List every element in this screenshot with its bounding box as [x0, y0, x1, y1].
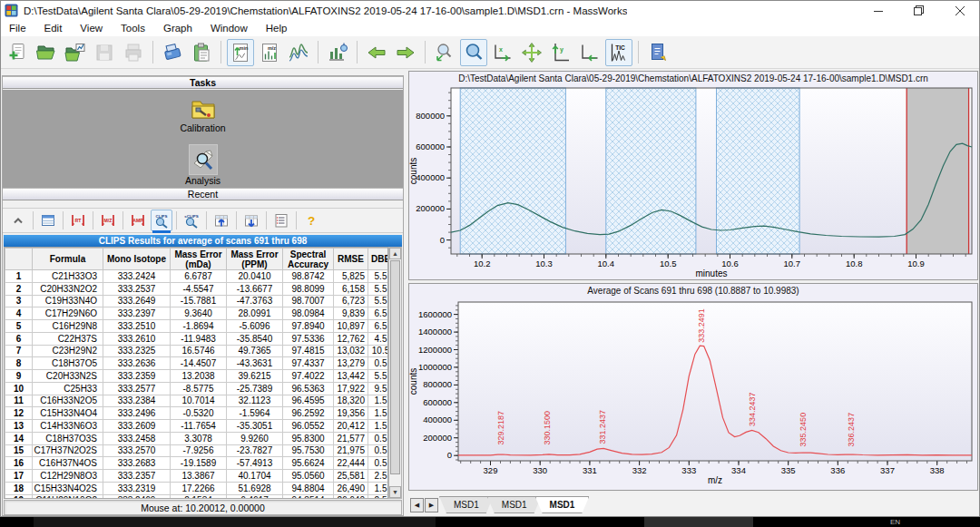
scrollbar-down-icon[interactable]: ▼	[389, 486, 401, 498]
clips-button[interactable]: CLIPS	[151, 210, 172, 231]
amp-ruler-button[interactable]: AMP	[127, 210, 149, 231]
results-table[interactable]: FormulaMono IsotopeMass Error(mDa)Mass E…	[5, 248, 388, 499]
calibration-task[interactable]: Calibration	[3, 97, 403, 133]
table-row[interactable]: 7C23H29N2333.232516.574649.736597.481513…	[5, 345, 389, 357]
scrollbar-thumb[interactable]	[390, 260, 400, 474]
chromatogram-plot[interactable]: 10.210.310.410.510.610.710.810.902000004…	[409, 84, 977, 280]
svg-text:counts: counts	[409, 158, 418, 184]
report-button[interactable]	[270, 210, 292, 231]
back-button[interactable]	[363, 39, 390, 66]
table-row[interactable]: 8C18H37O5333.2636-14.4507-43.363197.4337…	[5, 357, 389, 370]
analysis-task[interactable]: Analysis	[3, 144, 403, 186]
column-header[interactable]	[5, 249, 33, 270]
tab-scroll-right-button[interactable]: ▶	[425, 498, 438, 512]
open-file-button[interactable]	[33, 39, 60, 66]
table-row[interactable]: 10C25H33333.2577-8.5775-25.738996.536317…	[5, 382, 389, 395]
windows-taskbar[interactable]: EN	[0, 517, 980, 527]
taskbar-segment	[34, 517, 436, 527]
table-row[interactable]: 16C16H37N4OS333.2683-19.1589-57.491395.6…	[5, 457, 389, 470]
table-row[interactable]: 11C16H33N2O5333.238410.701432.112396.459…	[5, 395, 389, 407]
table-row[interactable]: 15C17H37N2O2S333.2570-7.9256-23.782795.7…	[5, 444, 389, 457]
collapse-button[interactable]	[7, 210, 29, 231]
column-header[interactable]: Mass Error(PPM)	[227, 249, 283, 270]
zoom-x-button[interactable]: x	[489, 39, 516, 66]
mz-ruler-button[interactable]: M/Z	[97, 210, 119, 231]
menu-tools[interactable]: Tools	[112, 21, 154, 36]
recent-header[interactable]: Recent	[3, 188, 403, 200]
print-button[interactable]	[120, 39, 147, 66]
help-button[interactable]	[644, 39, 671, 66]
zoom-reset-button[interactable]	[431, 39, 458, 66]
msd1-tab-3[interactable]: MSD1	[535, 496, 590, 513]
menu-view[interactable]: View	[71, 21, 112, 36]
table-row[interactable]: 13C14H33N6O3333.2609-11.7654-35.305196.0…	[5, 420, 389, 433]
save-button[interactable]	[91, 39, 118, 66]
tasks-header[interactable]: Tasks	[3, 76, 403, 89]
table-row[interactable]: 5C16H29N8333.2510-1.8694-5.609697.894010…	[5, 320, 389, 333]
import-table-icon	[213, 212, 230, 229]
close-button[interactable]	[939, 0, 980, 21]
status-bar: Mouse at: 10.20012, 0.00000	[4, 500, 402, 515]
new-file-button[interactable]	[4, 39, 31, 66]
menu-window[interactable]: Window	[201, 21, 257, 36]
table-row[interactable]: 19C11H29N10O2333.24692.15346.461794.8514…	[5, 494, 389, 499]
column-header[interactable]: Mono Isotope	[103, 249, 171, 270]
chromatogram-panel: D:\TestData\Agilent Santa Clara\05-29-20…	[408, 71, 978, 280]
table-row[interactable]: 9C20H33N2S333.235913.203839.621597.40221…	[5, 370, 389, 383]
table-row[interactable]: 6C22H37S333.2610-11.9483-35.854097.53361…	[5, 332, 389, 345]
zoom-reset-icon	[434, 42, 456, 63]
msd1-tab-2[interactable]: MSD1	[487, 496, 542, 513]
column-header[interactable]: Formula	[33, 249, 103, 270]
minimize-button[interactable]	[858, 0, 898, 21]
paste-icon	[191, 42, 212, 63]
column-header[interactable]: RMSE	[334, 249, 368, 270]
import-table-button[interactable]	[211, 210, 232, 231]
import-data-button[interactable]	[159, 39, 186, 66]
toolbar-separator	[296, 211, 297, 229]
menu-graph[interactable]: Graph	[154, 21, 201, 36]
column-header[interactable]: SpectralAccuracy	[283, 249, 334, 270]
spectrum-view-button[interactable]: m/z	[256, 39, 283, 66]
menu-file[interactable]: File	[0, 21, 35, 36]
table-scrollbar[interactable]: ▲ ▼	[388, 247, 402, 499]
sclips-button[interactable]: sCLIPS	[181, 210, 202, 231]
zoom-button[interactable]	[460, 39, 487, 66]
toolbar-separator	[266, 211, 267, 229]
paste-button[interactable]	[188, 39, 215, 66]
table-row[interactable]: 18C15H33N4O2S333.231917.226651.692894.88…	[5, 482, 389, 494]
table-row[interactable]: 17C12H29N8O3333.235713.386740.170495.056…	[5, 470, 389, 483]
table-row[interactable]: 12C15H33N4O4333.2496-0.5320-1.596496.259…	[5, 407, 389, 420]
tab-scroll-left-button[interactable]: ◀	[410, 498, 424, 512]
spectrum-plot[interactable]: 3293303313323333343353363373380200000400…	[409, 297, 977, 491]
tic-button[interactable]: TIC	[605, 39, 632, 66]
calibration-icon	[191, 97, 216, 122]
overlay-view-button[interactable]	[285, 39, 312, 66]
menu-help[interactable]: Help	[257, 21, 297, 36]
rt-ruler-button[interactable]: RT	[67, 210, 89, 231]
msd1-tab-1[interactable]: MSD1	[439, 496, 494, 513]
fit-x-button[interactable]	[576, 39, 603, 66]
table-row[interactable]: 2C20H33N2O2333.2537-4.5547-13.667798.809…	[5, 282, 389, 295]
scrollbar-up-icon[interactable]: ▲	[389, 248, 401, 259]
open-analysis-button[interactable]	[62, 39, 89, 66]
table-row[interactable]: 3C19H33N4O333.2649-15.7881-47.376398.700…	[5, 295, 389, 307]
table-row[interactable]: 1C21H33O3333.24246.678720.041098.87425,8…	[5, 270, 389, 283]
table-row[interactable]: 4C17H29N6O333.23979.364028.099198.09849,…	[5, 307, 389, 320]
mini-help-button[interactable]: ?	[300, 210, 322, 231]
column-header[interactable]: DBE	[368, 249, 389, 270]
pan-button[interactable]	[518, 39, 545, 66]
column-header[interactable]: Mass Error(mDa)	[171, 249, 227, 270]
zoom-y-button[interactable]: y	[547, 39, 574, 66]
forward-button[interactable]	[392, 39, 419, 66]
properties-button[interactable]	[37, 210, 59, 231]
menu-edit[interactable]: Edit	[35, 21, 72, 36]
chromatogram-view-button[interactable]: min	[227, 39, 254, 66]
toolbar-separator	[176, 211, 177, 229]
table-row[interactable]: 14C18H37O3S333.24583.30789.926095.830021…	[5, 432, 389, 444]
svg-text:200000: 200000	[423, 433, 452, 443]
restore-button[interactable]	[898, 0, 939, 21]
calibration-button[interactable]	[324, 39, 351, 66]
tab-bar: ◀ ▶ MSD1MSD1MSD1	[408, 493, 978, 517]
export-table-button[interactable]	[240, 210, 262, 231]
svg-text:10.3: 10.3	[535, 259, 553, 268]
